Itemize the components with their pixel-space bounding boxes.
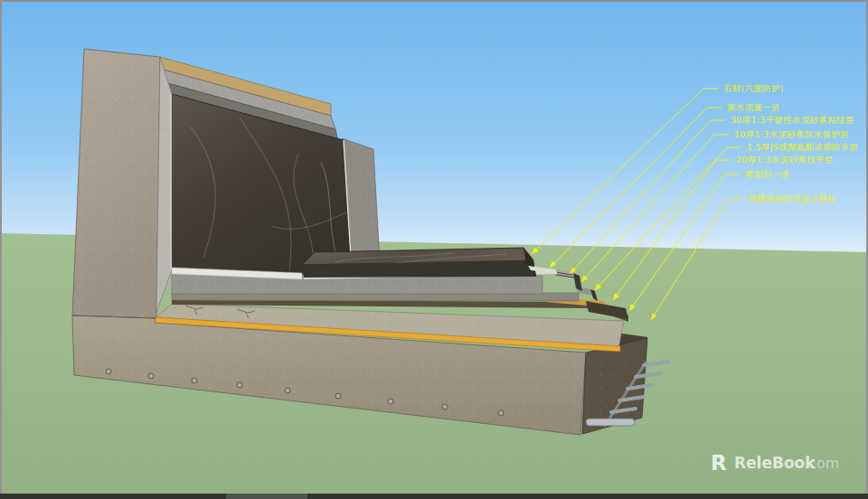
label-protection: 10厚1:3水泥砂浆防水保护层 bbox=[734, 129, 849, 139]
scene-3d-render: 石材(六面防护) 素水泥膏一道 30厚1:3干硬性水泥砂浆粘结层 10厚1:3水… bbox=[0, 0, 868, 499]
label-bonding: 30厚1:3干硬性水泥砂浆粘结层 bbox=[731, 115, 854, 125]
watermark-suffix: .com bbox=[804, 455, 839, 472]
label-leveling: 20厚1:3水泥砂浆找平层 bbox=[736, 155, 833, 165]
border-bottom bbox=[0, 494, 868, 499]
label-slab: 原建筑钢筋混凝土楼板 bbox=[748, 193, 836, 203]
label-membrane: 1.5厚JS或聚氨酯涂膜防水层 bbox=[747, 142, 858, 152]
screenshot-root: 石材(六面防护) 素水泥膏一道 30厚1:3干硬性水泥砂浆粘结层 10厚1:3水… bbox=[0, 0, 868, 499]
label-stone: 石材(六面防护) bbox=[723, 83, 784, 93]
label-interface: 界面剂一道 bbox=[745, 169, 789, 179]
wall-concrete-texture bbox=[72, 49, 160, 318]
layer-waterproof-protection bbox=[172, 293, 579, 301]
label-paste: 素水泥膏一道 bbox=[727, 102, 780, 112]
watermark-logo-icon: R bbox=[711, 451, 727, 475]
border-top bbox=[0, 0, 868, 2]
border-bottom-thumb[interactable] bbox=[226, 494, 307, 499]
border-left bbox=[0, 0, 2, 499]
